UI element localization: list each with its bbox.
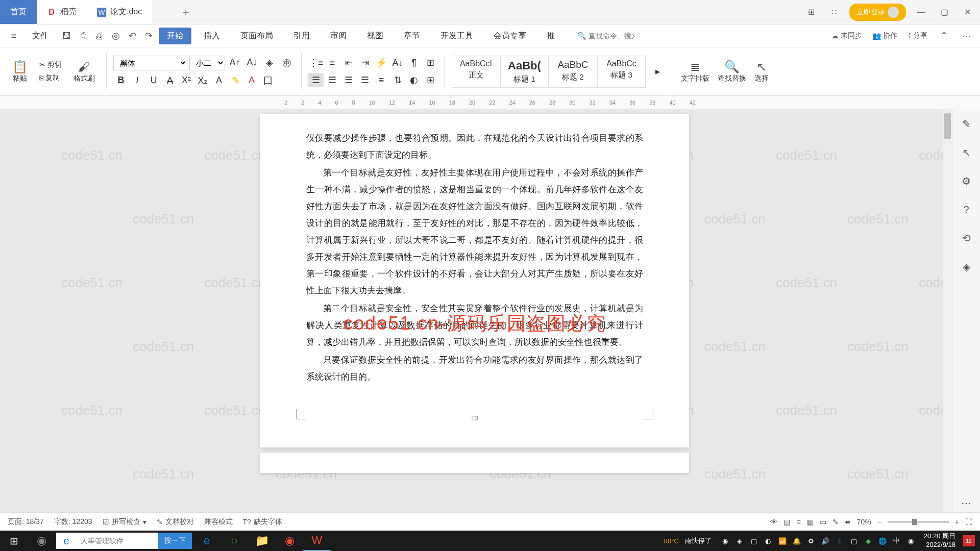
style-h1[interactable]: AaBb(标题 1 [500, 56, 549, 88]
compat-mode[interactable]: 兼容模式 [204, 517, 233, 527]
tray-notif-icon[interactable]: 🔔 [791, 535, 802, 546]
clock[interactable]: 20:20 周日 2022/9/18 [920, 532, 960, 549]
collab-button[interactable]: 👥 协作 [872, 31, 897, 40]
tab-daoke[interactable]: D 稻壳 [37, 0, 87, 24]
sort-icon[interactable]: A↓ [390, 56, 405, 70]
menu-insert[interactable]: 插入 [195, 28, 228, 44]
align-center-icon[interactable]: ☰ [325, 73, 340, 87]
menu-page-layout[interactable]: 页面布局 [232, 28, 281, 44]
superscript-icon[interactable]: X² [179, 73, 194, 88]
underline-icon[interactable]: U [146, 73, 161, 88]
command-search[interactable]: 🔍 [577, 32, 634, 40]
menu-chapter[interactable]: 章节 [396, 28, 428, 44]
help-icon[interactable]: ? [959, 203, 973, 217]
tray-bluetooth-icon[interactable]: ᛒ [834, 535, 845, 546]
zoom-level[interactable]: 70% [857, 518, 871, 526]
pen-icon[interactable]: ✎ [959, 117, 973, 131]
tray-icon[interactable]: ◈ [734, 535, 745, 546]
style-body[interactable]: AaBbCcI正文 [452, 56, 500, 88]
subscript-icon[interactable]: X₂ [195, 73, 210, 88]
task-app-browser[interactable]: ○ [220, 531, 248, 551]
tray-volume-icon[interactable]: 🔊 [820, 535, 831, 546]
style-h3[interactable]: AaBbCc标题 3 [597, 56, 646, 88]
view-read-icon[interactable]: ▭ [820, 518, 826, 526]
highlight-icon[interactable]: ✎ [228, 73, 243, 88]
tray-icon[interactable]: ▢ [748, 535, 760, 546]
paragraph[interactable]: 仅仅要减少操作步骤，也要符合预期。因此，在规范化的今天设计出符合项目要求的系统，… [306, 130, 643, 163]
tray-icon[interactable]: ◉ [905, 535, 917, 546]
menu-review[interactable]: 审阅 [322, 28, 355, 44]
zoom-slider[interactable] [888, 521, 949, 523]
sync-status[interactable]: ☁ 未同步 [831, 31, 862, 40]
action-center-icon[interactable]: 12 [963, 535, 975, 546]
preview-icon[interactable]: ◎ [110, 30, 122, 42]
missing-font[interactable]: T? 缺失字体 [243, 517, 282, 527]
menu-member[interactable]: 会员专享 [485, 28, 534, 44]
zoom-in-icon[interactable]: + [955, 518, 959, 526]
paragraph[interactable]: 第二个目标就是安全性，安全性其实贯穿着整个软件行业的发展史，计算机就是为解决人类… [306, 300, 643, 350]
char-border-icon[interactable]: 囗 [260, 73, 276, 88]
font-size-select[interactable]: 小二 [189, 56, 225, 70]
scroll-thumb[interactable] [944, 113, 951, 139]
cpu-temp[interactable]: 80°C [664, 537, 679, 545]
copy-button[interactable]: ⎘ 复制 [36, 72, 65, 84]
clear-format-icon[interactable]: ◈ [262, 56, 277, 70]
taskbar-search[interactable]: e 搜一下 [56, 533, 192, 549]
weather-widget[interactable]: 雨快停了 [685, 536, 712, 545]
login-button[interactable]: 立即登录 [849, 4, 906, 21]
hamburger-icon[interactable]: ≡ [8, 30, 20, 42]
save-icon[interactable]: 🖫 [61, 30, 73, 42]
select-tool-icon[interactable]: ↖ [959, 145, 973, 160]
align-left-icon[interactable]: ☰ [308, 73, 324, 87]
line-spacing-icon[interactable]: ⇅ [390, 73, 405, 87]
menu-start[interactable]: 开始 [159, 28, 191, 44]
task-app-explorer[interactable]: 📁 [248, 531, 276, 551]
view-page-icon[interactable]: ▤ [783, 518, 790, 526]
align-right-icon[interactable]: ☰ [341, 73, 356, 87]
document-text[interactable]: 仅仅要减少操作步骤，也要符合预期。因此，在规范化的今天设计出符合项目要求的系统，… [306, 130, 643, 385]
save-as-icon[interactable]: ⎙ [77, 30, 89, 42]
start-button[interactable]: ⊞ [0, 531, 28, 551]
more-icon[interactable]: ⋯ [960, 30, 972, 42]
spellcheck-toggle[interactable]: ☑ 拼写检查 ▾ [103, 517, 146, 527]
ruler[interactable]: 224681012141618202224262830323436384042 [0, 96, 980, 109]
share-button[interactable]: ⤴ 分享 [908, 31, 927, 40]
close-button[interactable]: ✕ [960, 5, 975, 20]
decrease-indent-icon[interactable]: ⇤ [341, 56, 356, 70]
tab-document[interactable]: W 论文.doc [87, 0, 152, 24]
proofread-button[interactable]: ✎ 文档校对 [157, 517, 194, 527]
bullets-icon[interactable]: ⋮≡ [308, 56, 324, 70]
chevron-up-icon[interactable]: ⌃ [938, 30, 950, 42]
tray-icon[interactable]: 📶 [777, 535, 788, 546]
taskbar-search-input[interactable] [77, 537, 158, 545]
menu-file[interactable]: 文件 [24, 28, 57, 44]
word-count[interactable]: 字数: 12203 [54, 517, 92, 527]
print-icon[interactable]: 🖨 [93, 30, 106, 42]
cut-button[interactable]: ✂ 剪切 [36, 59, 65, 70]
task-app-tool[interactable]: ◉ [276, 531, 303, 551]
zoom-out-icon[interactable]: − [877, 518, 881, 526]
italic-icon[interactable]: I [130, 73, 145, 88]
menu-more[interactable]: 推 [538, 28, 563, 44]
tray-network-icon[interactable]: 🌐 [877, 535, 888, 546]
menu-devtools[interactable]: 开发工具 [432, 28, 481, 44]
view-outline-icon[interactable]: ≡ [796, 518, 800, 526]
show-marks-icon[interactable]: ¶ [406, 56, 422, 70]
font-color-icon[interactable]: A [244, 73, 259, 88]
paragraph[interactable]: 第一个目标就是友好性，友好性主要体现在用户使用过程中，不会对系统的操作产生一种不… [306, 164, 643, 299]
strikethrough-icon[interactable]: A̶ [162, 73, 178, 88]
dots-icon[interactable]: ⋯ [959, 496, 973, 510]
vertical-scrollbar[interactable] [943, 109, 952, 520]
paragraph[interactable]: 只要保证数据安全性的前提，开发出符合功能需求的友好界面操作，那么就达到了系统设计… [306, 352, 643, 385]
apps-icon[interactable]: ∷ [826, 5, 842, 20]
find-replace-button[interactable]: 🔍查找替换 [716, 58, 748, 85]
redo-icon[interactable]: ↷ [142, 30, 155, 42]
fullscreen-icon[interactable]: ⛶ [965, 518, 972, 526]
task-app-edge[interactable]: e [193, 531, 220, 551]
minimize-button[interactable]: — [914, 5, 929, 20]
tab-stops-icon[interactable]: ⊞ [423, 56, 438, 70]
distribute-icon[interactable]: ≡ [374, 73, 389, 87]
tray-icon[interactable]: ◉ [720, 535, 731, 546]
tray-ime-icon[interactable]: 中 [891, 535, 902, 546]
increase-indent-icon[interactable]: ⇥ [357, 56, 373, 70]
